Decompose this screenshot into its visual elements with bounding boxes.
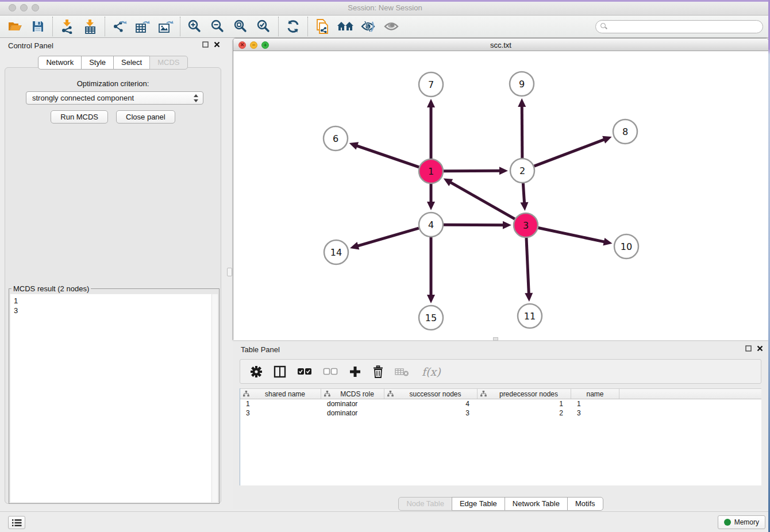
network-window-titlebar: ✕ − ＋ scc.txt	[233, 38, 768, 51]
list-icon	[12, 519, 22, 527]
export-network-button[interactable]	[108, 17, 131, 36]
status-bar: Memory	[0, 511, 770, 532]
export-table-button[interactable]	[131, 17, 154, 36]
search-box[interactable]	[595, 20, 763, 33]
column-header-predecessor-nodes[interactable]: predecessor nodes	[478, 389, 571, 399]
import-table-button[interactable]	[79, 17, 102, 36]
gear-icon[interactable]	[250, 365, 263, 378]
edge-3-11[interactable]	[526, 238, 529, 295]
float-panel-icon[interactable]	[745, 345, 752, 352]
sort-tree-icon[interactable]	[480, 391, 487, 397]
sort-tree-icon[interactable]	[324, 391, 330, 397]
network-canvas[interactable]: 7968124314101511	[233, 51, 768, 340]
clone-network-button[interactable]	[311, 17, 334, 36]
table-cell[interactable]: 3	[240, 408, 321, 418]
zoom-in-button[interactable]	[183, 17, 206, 36]
hide-selected-button[interactable]	[357, 17, 380, 36]
deselect-all-icon[interactable]	[323, 368, 338, 376]
neighbors-button[interactable]	[334, 17, 357, 36]
run-mcds-button[interactable]: Run MCDS	[51, 110, 108, 124]
edge-4-14[interactable]	[357, 228, 419, 246]
edge-1-2[interactable]	[444, 171, 501, 171]
zoom-out-button[interactable]	[206, 17, 229, 36]
table-cell[interactable]: 1	[571, 399, 619, 408]
table-cell[interactable]: dominator	[321, 408, 384, 418]
sort-tree-icon[interactable]	[387, 391, 394, 397]
criterion-select[interactable]: strongly connected component	[26, 91, 203, 105]
table-cell[interactable]: 2	[478, 408, 571, 418]
column-header-name[interactable]: name	[571, 389, 619, 399]
column-header-successor-nodes[interactable]: successor nodes	[384, 389, 478, 399]
graph-node-label-1: 1	[428, 166, 434, 177]
tab-network-table[interactable]: Network Table	[505, 497, 568, 511]
edge-arrowhead	[518, 98, 526, 107]
tab-mcds[interactable]: MCDS	[149, 56, 187, 70]
network-title: scc.txt	[233, 41, 768, 49]
select-all-icon[interactable]	[297, 368, 312, 376]
table-row[interactable]: 3dominator323	[240, 408, 761, 418]
edge-1-6[interactable]	[356, 145, 419, 167]
tab-style[interactable]: Style	[81, 56, 114, 70]
save-session-button[interactable]	[26, 17, 49, 36]
column-header-shared-name[interactable]: shared name	[240, 389, 321, 399]
add-icon[interactable]	[349, 365, 361, 378]
vertical-splitter-handle[interactable]	[227, 268, 232, 276]
zoom-selected-icon	[256, 19, 271, 34]
edge-arrowhead	[603, 238, 612, 246]
desktop-edge-top	[0, 0, 770, 2]
tab-select[interactable]: Select	[113, 56, 150, 70]
criterion-value: strongly connected component	[32, 94, 134, 102]
network-window: ✕ − ＋ scc.txt 7968124314101511	[233, 38, 769, 340]
edge-4-3[interactable]	[444, 225, 505, 225]
table-cell[interactable]: 3	[571, 408, 619, 418]
import-network-button[interactable]	[56, 17, 79, 36]
float-panel-icon[interactable]	[202, 41, 209, 48]
columns-icon[interactable]	[274, 365, 286, 378]
edge-3-1[interactable]	[449, 182, 515, 219]
fit-content-button[interactable]	[229, 17, 252, 36]
delete-icon[interactable]	[372, 365, 384, 378]
tab-edge-table[interactable]: Edge Table	[452, 497, 505, 511]
horizontal-splitter-handle[interactable]	[493, 337, 498, 341]
edge-2-3[interactable]	[523, 183, 524, 204]
tab-motifs[interactable]: Motifs	[567, 497, 603, 511]
tab-node-table[interactable]: Node Table	[398, 497, 452, 511]
table-row[interactable]: 1dominator411	[240, 399, 761, 408]
memory-button[interactable]: Memory	[718, 515, 765, 529]
network-graph: 7968124314101511	[233, 51, 768, 340]
tab-network[interactable]: Network	[38, 56, 82, 70]
column-label: name	[571, 390, 619, 398]
edge-arrowhead	[427, 295, 435, 303]
table-panel-title: Table Panel	[241, 345, 280, 354]
search-input[interactable]	[607, 21, 763, 32]
edge-arrowhead	[525, 293, 533, 302]
table-cell[interactable]: 1	[240, 399, 321, 408]
result-scrollbar[interactable]	[211, 294, 218, 502]
sort-tree-icon[interactable]	[243, 391, 249, 397]
task-history-button[interactable]	[8, 516, 25, 529]
table-cell[interactable]: 3	[384, 408, 478, 418]
apply-layout-button[interactable]	[282, 17, 305, 36]
table-header-row: shared nameMCDS rolesuccessor nodesprede…	[240, 388, 761, 399]
table-cell[interactable]: 1	[478, 399, 571, 408]
show-all-button[interactable]	[380, 17, 403, 36]
zoom-in-icon	[187, 19, 202, 34]
edge-3-10[interactable]	[538, 228, 606, 242]
close-panel-button[interactable]: Close panel	[116, 110, 175, 124]
edge-2-9[interactable]	[522, 105, 522, 158]
close-panel-icon[interactable]	[214, 41, 220, 48]
column-label: shared name	[249, 390, 321, 398]
mcds-result-box[interactable]: 13	[10, 294, 218, 502]
column-header-MCDS-role[interactable]: MCDS role	[321, 389, 384, 399]
toolbar-separator	[278, 17, 279, 36]
edge-2-8[interactable]	[534, 139, 606, 166]
zoom-selected-button[interactable]	[252, 17, 275, 36]
export-image-button[interactable]	[154, 17, 177, 36]
close-panel-icon[interactable]	[757, 345, 763, 352]
open-session-button[interactable]	[3, 17, 26, 36]
edge-arrowhead	[499, 167, 508, 175]
table-cell[interactable]: dominator	[321, 399, 384, 408]
edge-arrowhead	[427, 99, 435, 107]
node-table[interactable]: shared nameMCDS rolesuccessor nodesprede…	[240, 388, 761, 485]
table-cell[interactable]: 4	[384, 399, 478, 408]
